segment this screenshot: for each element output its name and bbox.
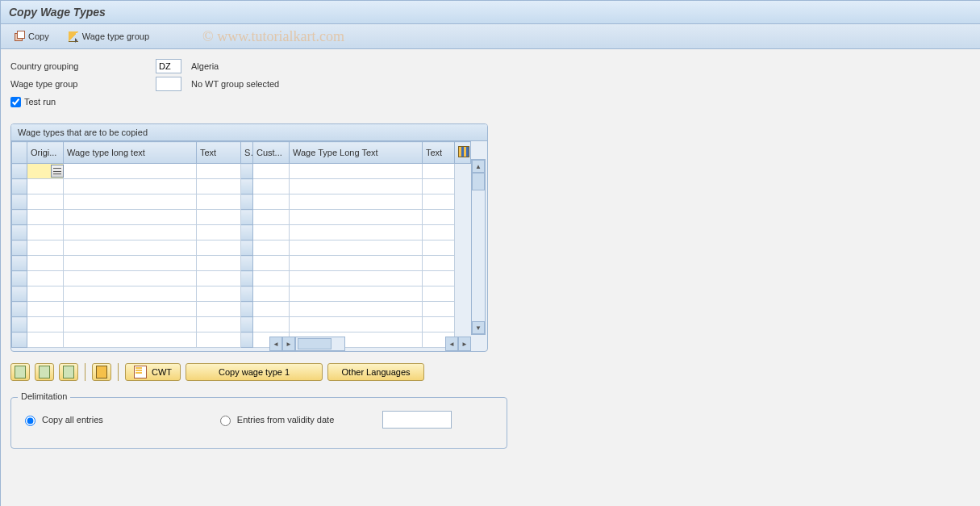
cell-text[interactable] xyxy=(197,256,241,271)
row-selector[interactable] xyxy=(12,256,27,271)
cell-original[interactable] xyxy=(27,210,64,225)
cell-cust[interactable] xyxy=(253,286,290,302)
col-s[interactable]: S xyxy=(241,142,253,164)
cell-long-text[interactable] xyxy=(64,271,197,286)
copy-wage-type-1-button[interactable]: Copy wage type 1 xyxy=(186,363,323,381)
col-configure[interactable] xyxy=(455,142,471,164)
cell-text-2[interactable] xyxy=(423,286,455,302)
cell-original[interactable] xyxy=(27,271,64,286)
col-original[interactable]: Origi... xyxy=(27,142,64,164)
cell-cust[interactable] xyxy=(253,179,290,194)
cell-long-text-2[interactable] xyxy=(290,256,423,271)
cell-text[interactable] xyxy=(197,240,241,256)
cell-original[interactable] xyxy=(27,179,64,194)
cell-long-text[interactable] xyxy=(64,256,197,271)
grid-table[interactable]: Origi... Wage type long text Text S Cust… xyxy=(11,141,471,348)
scroll-right-arrow-icon[interactable]: ► xyxy=(282,337,295,351)
cell-original[interactable] xyxy=(27,286,64,302)
cell-text[interactable] xyxy=(197,317,241,332)
cell-long-text-2[interactable] xyxy=(290,271,423,286)
row-selector[interactable] xyxy=(12,302,27,317)
cell-long-text[interactable] xyxy=(64,194,197,210)
cell-long-text-2[interactable] xyxy=(290,210,423,225)
cell-long-text[interactable] xyxy=(64,302,197,317)
cell-text[interactable] xyxy=(197,194,241,210)
cell-long-text-2[interactable] xyxy=(290,225,423,240)
col-text-2[interactable]: Text xyxy=(423,142,455,164)
cell-text[interactable] xyxy=(197,225,241,240)
cell-original[interactable] xyxy=(27,256,64,271)
cell-text-2[interactable] xyxy=(423,179,455,194)
cell-long-text-2[interactable] xyxy=(290,179,423,194)
cell-s[interactable] xyxy=(241,317,253,332)
alv-button-3[interactable] xyxy=(59,363,78,381)
cell-long-text-2[interactable] xyxy=(290,302,423,317)
cell-long-text[interactable] xyxy=(64,179,197,194)
cell-text[interactable] xyxy=(197,210,241,225)
row-selector[interactable] xyxy=(12,286,27,302)
cell-s[interactable] xyxy=(241,240,253,256)
cell-text-2[interactable] xyxy=(423,225,455,240)
cell-cust[interactable] xyxy=(253,271,290,286)
table-row[interactable] xyxy=(12,194,471,210)
row-selector[interactable] xyxy=(12,210,27,225)
table-row[interactable] xyxy=(12,210,471,225)
cell-cust[interactable] xyxy=(253,240,290,256)
cell-long-text[interactable] xyxy=(64,164,197,179)
cell-cust[interactable] xyxy=(253,302,290,317)
cell-s[interactable] xyxy=(241,210,253,225)
cell-long-text[interactable] xyxy=(64,317,197,332)
cell-s[interactable] xyxy=(241,179,253,194)
from-date-radio-input[interactable] xyxy=(220,416,231,426)
copy-all-radio-input[interactable] xyxy=(25,416,35,426)
cell-long-text-2[interactable] xyxy=(290,286,423,302)
scroll-right-arrow-icon-2[interactable]: ► xyxy=(458,337,471,351)
cell-text[interactable] xyxy=(197,271,241,286)
cell-cust[interactable] xyxy=(253,256,290,271)
alv-button-2[interactable] xyxy=(35,363,54,381)
scroll-left-arrow-icon[interactable]: ◄ xyxy=(269,337,282,351)
cell-long-text-2[interactable] xyxy=(290,240,423,256)
cell-cust[interactable] xyxy=(253,164,290,179)
cell-text[interactable] xyxy=(197,179,241,194)
cell-long-text-2[interactable] xyxy=(290,194,423,210)
cell-original[interactable] xyxy=(27,240,64,256)
cell-cust[interactable] xyxy=(253,225,290,240)
row-selector[interactable] xyxy=(12,179,27,194)
cell-s[interactable] xyxy=(241,225,253,240)
table-row[interactable] xyxy=(12,286,471,302)
row-selector[interactable] xyxy=(12,271,27,286)
table-row[interactable] xyxy=(12,164,471,179)
cell-original[interactable] xyxy=(27,194,64,210)
cell-text-2[interactable] xyxy=(423,302,455,317)
table-row[interactable] xyxy=(12,271,471,286)
copy-all-entries-radio[interactable]: Copy all entries xyxy=(21,413,103,426)
cell-s[interactable] xyxy=(241,164,253,179)
f4-help-icon[interactable] xyxy=(51,165,64,178)
hscroll-track-left[interactable] xyxy=(295,337,345,351)
hscroll-right[interactable]: ◄ ► xyxy=(445,337,471,351)
col-text[interactable]: Text xyxy=(197,142,241,164)
cell-text-2[interactable] xyxy=(423,256,455,271)
cell-text[interactable] xyxy=(197,164,241,179)
scroll-thumb[interactable] xyxy=(472,173,485,190)
cwt-button[interactable]: CWT xyxy=(125,363,181,381)
wage-type-group-input[interactable] xyxy=(156,77,181,91)
cell-s[interactable] xyxy=(241,302,253,317)
cell-cust[interactable] xyxy=(253,210,290,225)
cell-original[interactable] xyxy=(27,317,64,332)
copy-button[interactable]: Copy xyxy=(9,29,55,44)
alv-button-1[interactable] xyxy=(10,363,30,381)
cell-text-2[interactable] xyxy=(423,194,455,210)
cell-long-text[interactable] xyxy=(64,286,197,302)
cell-s[interactable] xyxy=(241,194,253,210)
wage-type-group-button[interactable]: Wage type group xyxy=(63,29,155,44)
grid-corner[interactable] xyxy=(12,142,27,164)
country-grouping-input[interactable] xyxy=(156,59,181,73)
validity-date-input[interactable] xyxy=(382,411,452,429)
row-selector[interactable] xyxy=(12,164,27,179)
scroll-left-arrow-icon-2[interactable]: ◄ xyxy=(445,337,458,351)
cell-text-2[interactable] xyxy=(423,317,455,332)
cell-original[interactable] xyxy=(27,225,64,240)
cell-long-text-2[interactable] xyxy=(290,164,423,179)
